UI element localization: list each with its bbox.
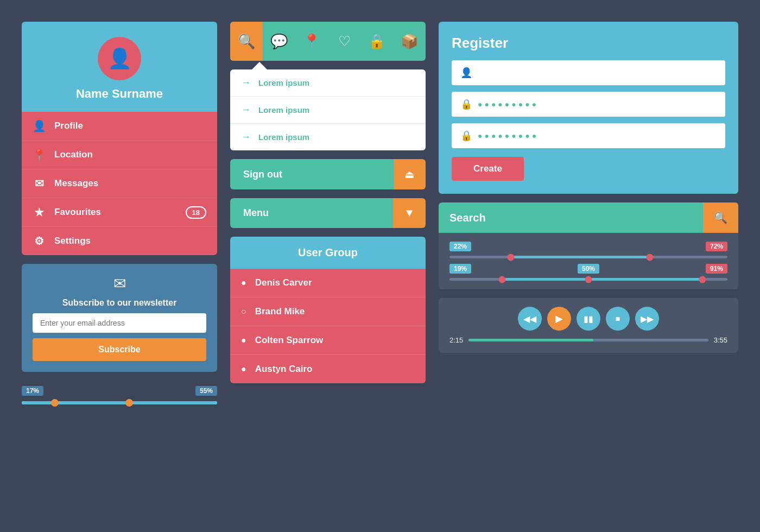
play-button[interactable]: ▶ <box>547 307 571 331</box>
slider1-label-2: 72% <box>706 242 727 251</box>
pin-icon: 📍 <box>303 33 320 50</box>
avatar: 👤 <box>98 37 141 80</box>
menu-row: Menu ▼ <box>230 198 426 228</box>
email-field[interactable] <box>33 313 206 333</box>
dropdown-item-label: Lorem ipsum <box>258 78 309 87</box>
profile-name: Name Surname <box>76 87 163 101</box>
dropdown-arrow <box>252 62 267 69</box>
search-header: Search 🔍 <box>439 202 738 233</box>
user-group-item-3[interactable]: ● Colten Sparrow <box>230 326 426 355</box>
signout-button[interactable]: Sign out <box>230 159 394 189</box>
nav-chat-btn[interactable]: 💬 <box>263 22 295 61</box>
search-slider-track-1[interactable] <box>449 256 727 258</box>
search-body: 22% 72% 19% 50% 91% <box>439 233 738 289</box>
sidebar-item-location[interactable]: 📍 Location <box>22 141 217 169</box>
search-slider-track-2[interactable] <box>449 278 727 281</box>
slider1-thumb-2[interactable] <box>646 254 653 261</box>
register-title: Register <box>452 35 725 52</box>
slider-thumb-1[interactable] <box>51 399 59 407</box>
search-button[interactable]: 🔍 <box>703 202 738 233</box>
stop-button[interactable]: ■ <box>606 307 630 331</box>
username-field-wrapper: 👤 <box>452 60 725 85</box>
nav-heart-btn[interactable]: ♡ <box>328 22 360 61</box>
chevron-down-icon: ▼ <box>404 207 415 219</box>
slider-track[interactable] <box>22 401 217 404</box>
user-group-item-1[interactable]: ● Denis Carver <box>230 269 426 297</box>
heart-icon: ♡ <box>338 33 351 50</box>
slider2-thumb-1[interactable] <box>499 276 506 283</box>
pause-icon: ▮▮ <box>584 314 593 324</box>
avatar-icon: 👤 <box>107 47 132 70</box>
rewind-icon: ◀◀ <box>523 314 536 324</box>
slider1-thumb-1[interactable] <box>507 254 514 261</box>
fastforward-button[interactable]: ▶▶ <box>635 307 659 331</box>
newsletter-card: ✉ Subscribe to our newsletter Subscribe <box>22 264 217 372</box>
register-card: Register 👤 🔒 ●●●●●●●●● 🔒 ●●●●●●●●● Creat… <box>439 22 738 194</box>
search-title: Search <box>439 203 703 233</box>
dropdown-item-3[interactable]: → Lorem ipsum <box>230 124 426 150</box>
user-name: Brand Mike <box>255 306 305 317</box>
user-group-title: User Group <box>230 237 426 269</box>
dropdown-item-2[interactable]: → Lorem ipsum <box>230 97 426 124</box>
slider2-label-1: 19% <box>449 264 471 274</box>
search-icon: 🔍 <box>238 33 255 50</box>
sidebar-item-messages[interactable]: ✉ Messages <box>22 169 217 198</box>
nav-box-btn[interactable]: 📦 <box>393 22 426 61</box>
nav-location-btn[interactable]: 📍 <box>295 22 328 61</box>
stop-icon: ■ <box>616 314 620 323</box>
password-field-wrapper: 🔒 ●●●●●●●●● <box>452 92 725 117</box>
player-progress-row: 2:15 3:55 <box>449 336 727 344</box>
sidebar-item-favourites[interactable]: ★ Favourites 18 <box>22 198 217 227</box>
person-icon: 👤 <box>33 119 46 132</box>
dropdown-item-label: Lorem ipsum <box>258 105 309 115</box>
username-input[interactable] <box>478 68 717 77</box>
confirm-dots: ●●●●●●●●● <box>478 131 539 140</box>
sidebar-item-profile[interactable]: 👤 Profile <box>22 112 217 141</box>
slider2-labels: 19% 50% 91% <box>449 264 727 274</box>
slider-thumb-2[interactable] <box>125 399 133 407</box>
status-dot-filled: ● <box>241 278 246 288</box>
search-slider-1: 22% 72% <box>449 242 727 258</box>
nav-lock-btn[interactable]: 🔒 <box>360 22 393 61</box>
sidebar-item-label: Profile <box>54 121 83 131</box>
rewind-button[interactable]: ◀◀ <box>518 307 542 331</box>
confirm-field-wrapper: 🔒 ●●●●●●●●● <box>452 123 725 148</box>
pause-button[interactable]: ▮▮ <box>577 307 600 331</box>
lock-icon: 🔒 <box>368 33 385 50</box>
user-group-card: User Group ● Denis Carver ○ Brand Mike ●… <box>230 237 426 383</box>
signout-row: Sign out ⏏ <box>230 159 426 189</box>
slider1-label-1: 22% <box>449 242 471 251</box>
chat-icon: 💬 <box>270 33 288 50</box>
password-dots: ●●●●●●●●● <box>478 100 539 109</box>
status-dot-filled: ● <box>241 364 246 374</box>
user-name: Colten Sparrow <box>255 335 324 346</box>
search-slider-2: 19% 50% 91% <box>449 264 727 281</box>
profile-menu: 👤 Profile 📍 Location ✉ Messages ★ Favour… <box>22 112 217 255</box>
star-icon: ★ <box>33 206 46 219</box>
sidebar-item-settings[interactable]: ⚙ Settings <box>22 227 217 255</box>
slider-label-1: 17% <box>22 386 43 396</box>
slider2-label-3: 91% <box>706 264 727 274</box>
slider2-thumb-3[interactable] <box>699 276 706 283</box>
mail-icon: ✉ <box>33 177 46 190</box>
search-card: Search 🔍 22% 72% <box>439 202 738 289</box>
subscribe-button[interactable]: Subscribe <box>33 338 206 361</box>
user-group-item-4[interactable]: ● Austyn Cairo <box>230 355 426 383</box>
current-time: 2:15 <box>449 336 463 344</box>
slider2-thumb-2[interactable] <box>585 276 592 283</box>
dropdown-item-1[interactable]: → Lorem ipsum <box>230 69 426 97</box>
create-button[interactable]: Create <box>452 157 524 181</box>
right-column: Register 👤 🔒 ●●●●●●●●● 🔒 ●●●●●●●●● Creat… <box>439 22 738 353</box>
progress-track[interactable] <box>468 339 708 341</box>
newsletter-title: Subscribe to our newsletter <box>62 298 177 308</box>
menu-button[interactable]: Menu <box>230 198 393 228</box>
profile-header: 👤 Name Surname <box>22 22 217 112</box>
progress-fill <box>468 339 593 341</box>
menu-chevron-button[interactable]: ▼ <box>393 198 426 228</box>
total-time: 3:55 <box>714 336 727 344</box>
search-icon: 🔍 <box>714 211 727 224</box>
slider1-labels: 22% 72% <box>449 242 727 251</box>
signout-icon-button[interactable]: ⏏ <box>394 159 426 189</box>
nav-search-btn[interactable]: 🔍 <box>230 22 263 61</box>
user-group-item-2[interactable]: ○ Brand Mike <box>230 297 426 326</box>
